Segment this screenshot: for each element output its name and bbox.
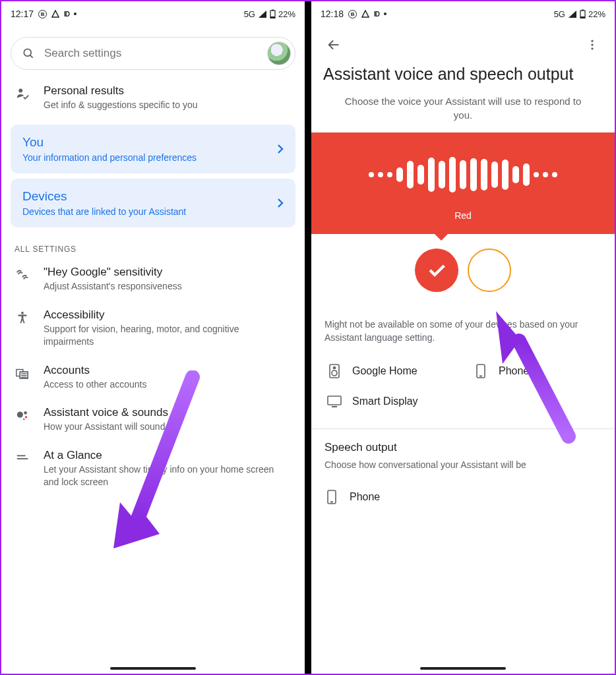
status-battery-pct: 22%: [278, 9, 295, 19]
more-vert-icon: [586, 38, 599, 51]
voice-screen: 12:18 B ID 5G 22% Assistant voice and: [308, 1, 615, 674]
status-icon-id: ID: [64, 11, 69, 18]
assistant-voice-sub: How your Assistant will sound: [44, 421, 292, 433]
hey-google-row[interactable]: "Hey Google" sensitivity Adjust Assistan…: [1, 258, 305, 301]
device-label: Phone: [499, 365, 529, 377]
glance-title: At a Glance: [44, 449, 292, 462]
device-label: Smart Display: [352, 396, 418, 407]
battery-icon: [580, 9, 586, 18]
status-icon-triangle: [361, 10, 369, 18]
device-smart-display[interactable]: Smart Display: [317, 386, 463, 417]
status-battery-pct: 22%: [588, 9, 605, 19]
search-bar[interactable]: [11, 37, 295, 70]
speech-output-opt: Phone: [350, 491, 380, 503]
accessibility-sub: Support for vision, hearing, motor, and …: [44, 323, 292, 348]
arrow-left-icon: [326, 38, 341, 52]
svg-point-26: [591, 44, 593, 45]
page-title: Assistant voice and speech output: [311, 63, 615, 92]
you-card[interactable]: You Your information and personal prefer…: [11, 125, 295, 173]
speech-output-section: Speech output Choose how conversational …: [311, 438, 615, 515]
profile-avatar[interactable]: [267, 42, 291, 65]
status-dot-icon: [384, 13, 386, 15]
accessibility-row[interactable]: Accessibility Support for vision, hearin…: [1, 301, 305, 356]
search-icon: [22, 47, 35, 60]
svg-rect-8: [18, 314, 27, 316]
svg-point-3: [24, 49, 31, 56]
status-icon-triangle: [51, 10, 59, 18]
display-icon: [327, 394, 342, 409]
svg-point-16: [24, 411, 27, 415]
nav-handle[interactable]: [110, 667, 196, 670]
accessibility-icon: [15, 310, 30, 326]
accounts-row[interactable]: Accounts Access to other accounts: [1, 356, 305, 399]
svg-point-5: [18, 88, 22, 92]
at-a-glance-row[interactable]: At a Glance Let your Assistant show time…: [1, 441, 305, 496]
svg-point-29: [334, 367, 336, 369]
personal-results-sub: Get info & suggestions specific to you: [44, 99, 292, 111]
assistant-icon: [15, 407, 30, 423]
svg-point-6: [21, 312, 24, 314]
chevron-right-icon: [277, 144, 284, 154]
svg-rect-33: [328, 396, 341, 405]
phone-icon: [324, 490, 339, 504]
status-dot-icon: [74, 13, 77, 15]
phone-icon: [474, 364, 488, 378]
signal-icon: [258, 10, 267, 18]
personal-results-title: Personal results: [44, 84, 292, 98]
hey-google-sub: Adjust Assistant's responsiveness: [44, 280, 292, 293]
svg-rect-1: [272, 10, 274, 11]
signal-icon: [568, 10, 577, 18]
svg-rect-22: [582, 10, 584, 11]
voice-option-orange[interactable]: [468, 249, 511, 292]
voice-selector: [311, 234, 615, 318]
assistant-voice-title: Assistant voice & sounds: [44, 406, 292, 419]
device-phone[interactable]: Phone: [463, 356, 609, 386]
svg-point-25: [591, 40, 593, 42]
back-button[interactable]: [321, 32, 347, 58]
device-label: Google Home: [352, 365, 417, 377]
svg-point-15: [17, 412, 23, 418]
settings-screen: 12:17 B ID 5G 22% Personal results Get: [1, 1, 308, 674]
svg-point-17: [25, 417, 27, 419]
status-icon-b: B: [38, 10, 47, 18]
chevron-right-icon: [277, 198, 284, 208]
you-card-title: You: [22, 135, 277, 150]
page-subtitle: Choose the voice your Assistant will use…: [311, 92, 615, 132]
devices-card-title: Devices: [22, 189, 277, 204]
device-google-home[interactable]: Google Home: [317, 356, 463, 386]
glance-sub: Let your Assistant show timely info on y…: [44, 463, 292, 488]
status-time: 12:17: [11, 9, 34, 19]
search-input[interactable]: [44, 47, 258, 60]
device-list: Google Home Phone Smart Display: [311, 356, 615, 428]
assistant-voice-row[interactable]: Assistant voice & sounds How your Assist…: [1, 398, 305, 441]
svg-rect-2: [270, 16, 275, 18]
status-network: 5G: [244, 9, 255, 19]
glance-icon: [15, 450, 30, 466]
svg-point-30: [332, 370, 337, 376]
divider: [311, 428, 615, 429]
accounts-sub: Access to other accounts: [44, 378, 292, 391]
more-button[interactable]: [579, 32, 605, 58]
status-network: 5G: [554, 9, 565, 19]
voice-preview-banner: Red: [311, 132, 615, 234]
accounts-title: Accounts: [44, 364, 292, 377]
status-icon-id: ID: [374, 11, 379, 18]
check-icon: [425, 259, 448, 281]
person-check-icon: [15, 86, 30, 102]
accessibility-title: Accessibility: [44, 308, 292, 322]
sensitivity-icon: [15, 267, 30, 283]
status-time: 12:18: [321, 9, 344, 19]
personal-results-row[interactable]: Personal results Get info & suggestions …: [1, 76, 305, 119]
hey-google-title: "Hey Google" sensitivity: [44, 266, 292, 279]
nav-handle[interactable]: [420, 667, 506, 670]
voice-option-red[interactable]: [415, 249, 458, 292]
voice-name-label: Red: [311, 210, 615, 227]
devices-card[interactable]: Devices Devices that are linked to your …: [11, 179, 295, 227]
svg-point-27: [591, 47, 593, 49]
svg-line-4: [30, 55, 33, 58]
you-card-sub: Your information and personal preference…: [22, 152, 277, 163]
speech-output-phone[interactable]: Phone: [324, 482, 601, 512]
devices-card-sub: Devices that are linked to your Assistan…: [22, 206, 277, 217]
svg-rect-23: [580, 16, 585, 18]
app-bar: [311, 26, 615, 63]
